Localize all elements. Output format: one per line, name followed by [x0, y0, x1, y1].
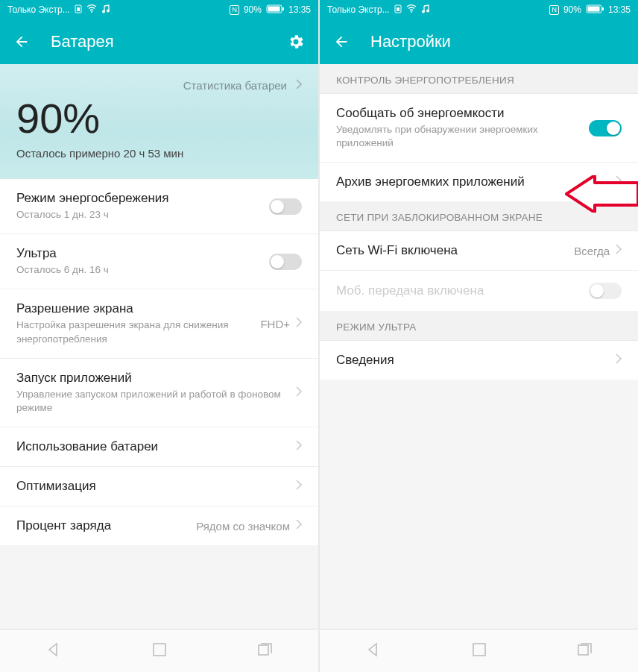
nav-back-icon[interactable]	[46, 642, 61, 660]
row-title: Сведения	[336, 353, 610, 368]
wifi-icon	[406, 4, 417, 15]
phone-right: Только Экстр... N 90% 13:35 Настройки Ко…	[320, 0, 638, 672]
svg-rect-11	[397, 7, 399, 11]
section-header-network: Сети при заблокированном экране	[320, 201, 638, 231]
header: Настройки	[320, 19, 638, 64]
svg-rect-7	[282, 7, 284, 10]
battery-stats-link[interactable]: Статистика батареи	[16, 79, 302, 92]
chevron-right-icon	[296, 317, 302, 330]
back-icon[interactable]	[333, 34, 350, 50]
status-bar: Только Экстр... N 90% 13:35	[0, 0, 318, 19]
row-title: Ультра	[16, 246, 269, 261]
header: Батарея	[0, 19, 318, 64]
carrier-label: Только Экстр...	[327, 4, 390, 15]
gear-icon[interactable]	[287, 33, 305, 51]
row-power-archive[interactable]: Архив энергоемких приложений	[320, 163, 638, 201]
toggle-mobile-data	[589, 283, 622, 299]
back-icon[interactable]	[13, 34, 30, 50]
battery-percentage: 90%	[16, 98, 302, 139]
nav-home-icon[interactable]	[153, 643, 166, 659]
row-title: Сообщать об энергоемкости	[336, 106, 589, 121]
section-header-power: Контроль энергопотребления	[320, 64, 638, 94]
svg-rect-8	[154, 644, 165, 656]
nav-bar	[0, 629, 318, 672]
nav-recent-icon[interactable]	[258, 643, 273, 659]
row-battery-usage[interactable]: Использование батареи	[0, 427, 318, 467]
svg-rect-1	[77, 7, 80, 11]
svg-rect-18	[473, 644, 485, 656]
svg-rect-17	[602, 7, 604, 10]
battery-pct-status: 90%	[563, 4, 581, 15]
row-percent-display[interactable]: Процент заряда Рядом со значком	[0, 506, 318, 545]
row-subtitle: Настройка разрешения экрана для снижения…	[16, 318, 260, 345]
page-title: Батарея	[51, 32, 266, 51]
toggle-notify[interactable]	[589, 120, 622, 136]
row-notify-consumption[interactable]: Сообщать об энергоемкости Уведомлять при…	[320, 94, 638, 163]
row-wifi-lock[interactable]: Сеть Wi-Fi включена Всегда	[320, 231, 638, 271]
chevron-right-icon	[296, 519, 302, 533]
svg-point-12	[411, 11, 412, 13]
music-icon	[421, 4, 430, 16]
svg-point-4	[107, 9, 110, 12]
row-mobile-data-lock: Моб. передача включена	[320, 271, 638, 311]
wifi-icon	[86, 4, 97, 15]
row-title: Сеть Wi-Fi включена	[336, 243, 574, 258]
row-title: Оптимизация	[16, 479, 290, 494]
row-subtitle: Управление запуском приложений и работой…	[16, 388, 290, 415]
chevron-right-icon	[616, 244, 622, 257]
music-icon	[101, 4, 110, 16]
row-value: FHD+	[260, 318, 290, 330]
toggle-power-saving[interactable]	[269, 198, 302, 215]
row-power-saving[interactable]: Режим энергосбережения Осталось 1 дн. 23…	[0, 179, 318, 234]
nfc-icon: N	[230, 5, 239, 15]
settings-list: Режим энергосбережения Осталось 1 дн. 23…	[0, 179, 318, 545]
row-info[interactable]: Сведения	[320, 341, 638, 380]
sim-icon	[75, 4, 82, 16]
svg-rect-6	[268, 6, 279, 11]
nav-home-icon[interactable]	[473, 643, 486, 659]
page-title: Настройки	[370, 32, 625, 51]
nav-bar	[320, 629, 638, 672]
stats-link-label: Статистика батареи	[183, 79, 287, 92]
svg-rect-19	[578, 645, 588, 655]
row-ultra[interactable]: Ультра Осталось 6 дн. 16 ч	[0, 234, 318, 289]
battery-icon	[586, 4, 604, 16]
row-title: Процент заряда	[16, 518, 196, 533]
row-title: Использование батареи	[16, 439, 290, 454]
toggle-ultra[interactable]	[269, 254, 302, 270]
row-value: Всегда	[574, 245, 610, 257]
phone-left: Только Экстр... N 90% 13:35 Батарея	[0, 0, 318, 672]
nav-recent-icon[interactable]	[578, 643, 593, 659]
nfc-icon: N	[549, 5, 559, 15]
row-optimize[interactable]: Оптимизация	[0, 467, 318, 506]
chevron-right-icon	[296, 386, 302, 400]
row-title: Разрешение экрана	[16, 301, 260, 316]
svg-rect-9	[259, 645, 268, 655]
chevron-right-icon	[616, 354, 622, 367]
row-title: Архив энергоемких приложений	[336, 175, 610, 189]
section-header-ultra: Режим ультра	[320, 311, 638, 341]
battery-hero: Статистика батареи 90% Осталось примерно…	[0, 64, 318, 179]
svg-rect-16	[587, 6, 599, 11]
row-title: Запуск приложений	[16, 371, 290, 386]
clock-label: 13:35	[288, 4, 311, 15]
row-resolution[interactable]: Разрешение экрана Настройка разрешения э…	[0, 289, 318, 358]
row-subtitle: Уведомлять при обнаружении энергоемких п…	[336, 123, 589, 150]
row-title: Моб. передача включена	[336, 283, 589, 298]
chevron-right-icon	[296, 440, 302, 453]
status-bar: Только Экстр... N 90% 13:35	[320, 0, 638, 19]
svg-point-2	[91, 11, 92, 13]
row-subtitle: Осталось 6 дн. 16 ч	[16, 263, 269, 277]
battery-icon	[266, 4, 284, 16]
row-app-launch[interactable]: Запуск приложений Управление запуском пр…	[0, 359, 318, 427]
battery-pct-status: 90%	[244, 4, 262, 15]
chevron-right-icon	[616, 175, 622, 189]
row-title: Режим энергосбережения	[16, 191, 269, 206]
svg-point-14	[426, 9, 429, 12]
chevron-right-icon	[296, 480, 302, 493]
row-subtitle: Осталось 1 дн. 23 ч	[16, 208, 269, 222]
carrier-label: Только Экстр...	[7, 4, 70, 15]
battery-remaining: Осталось примерно 20 ч 53 мин	[16, 147, 302, 160]
nav-back-icon[interactable]	[366, 642, 381, 660]
chevron-right-icon	[296, 79, 302, 92]
